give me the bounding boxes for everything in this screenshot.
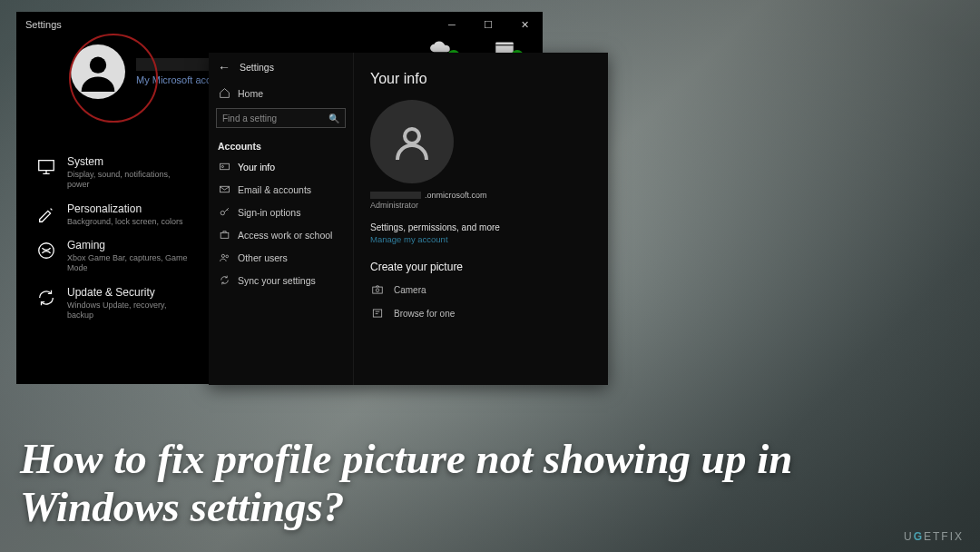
brush-icon xyxy=(34,202,58,226)
svg-rect-10 xyxy=(220,232,229,238)
svg-point-9 xyxy=(220,211,224,214)
svg-point-4 xyxy=(39,243,54,259)
permissions-heading: Settings, permissions, and more xyxy=(370,222,592,232)
svg-rect-2 xyxy=(39,161,54,171)
svg-rect-14 xyxy=(373,287,383,293)
sidebar-title: Settings xyxy=(240,62,274,73)
username-redacted xyxy=(136,58,218,71)
svg-point-11 xyxy=(221,254,224,257)
maximize-button[interactable]: ☐ xyxy=(470,12,506,37)
browse-icon xyxy=(370,306,385,320)
sidebar-item-sync-settings[interactable]: Sync your settings xyxy=(209,269,353,291)
svg-point-12 xyxy=(225,255,228,258)
camera-option[interactable]: Camera xyxy=(370,282,592,297)
sidebar-section-accounts: Accounts xyxy=(209,135,353,155)
briefcase-icon xyxy=(218,229,230,241)
sidebar: ← Settings Home Find a setting 🔍 Account… xyxy=(209,53,354,385)
back-arrow-icon[interactable]: ← xyxy=(218,60,230,74)
svg-point-13 xyxy=(405,129,419,143)
browse-option[interactable]: Browse for one xyxy=(370,306,592,320)
people-icon xyxy=(218,251,230,263)
home-icon xyxy=(218,87,230,99)
mail-icon xyxy=(218,183,230,195)
search-icon: 🔍 xyxy=(328,113,339,123)
create-picture-heading: Create your picture xyxy=(370,261,592,273)
manage-account-link[interactable]: Manage my account xyxy=(370,234,592,244)
content-pane: Your info .onmicrosoft.com Administrator… xyxy=(354,53,608,385)
id-card-icon xyxy=(218,161,230,172)
svg-rect-16 xyxy=(373,310,381,317)
xbox-icon xyxy=(34,239,58,262)
display-icon xyxy=(34,155,58,179)
account-email: .onmicrosoft.com xyxy=(370,191,592,200)
profile-avatar-placeholder[interactable] xyxy=(71,44,125,99)
svg-rect-8 xyxy=(220,186,229,192)
titlebar: Settings ─ ☐ ✕ xyxy=(16,12,543,37)
account-role: Administrator xyxy=(370,201,592,210)
minimize-button[interactable]: ─ xyxy=(434,12,470,37)
window-controls: ─ ☐ ✕ xyxy=(434,12,543,37)
close-button[interactable]: ✕ xyxy=(506,12,543,37)
article-title: How to fix profile picture not showing u… xyxy=(20,435,944,532)
sidebar-item-work-school[interactable]: Access work or school xyxy=(209,223,353,246)
sidebar-item-sign-in-options[interactable]: Sign-in options xyxy=(209,201,353,223)
sidebar-header: ← Settings xyxy=(209,53,353,82)
sidebar-item-email-accounts[interactable]: Email & accounts xyxy=(209,178,353,201)
sidebar-item-other-users[interactable]: Other users xyxy=(209,246,353,269)
sidebar-item-your-info[interactable]: Your info xyxy=(209,155,353,178)
settings-title: Settings xyxy=(25,19,62,30)
accounts-window-front: ← Settings Home Find a setting 🔍 Account… xyxy=(209,53,608,385)
update-icon xyxy=(34,286,58,310)
svg-point-7 xyxy=(221,165,223,167)
sidebar-search-input[interactable]: Find a setting 🔍 xyxy=(216,108,346,128)
camera-icon xyxy=(370,282,385,297)
svg-point-1 xyxy=(90,57,106,74)
email-redacted xyxy=(370,192,421,199)
key-icon xyxy=(218,206,230,218)
watermark: UGETFIX xyxy=(904,530,964,543)
svg-point-15 xyxy=(376,289,379,292)
sync-icon xyxy=(218,274,230,286)
page-heading: Your info xyxy=(370,71,592,87)
sidebar-item-home[interactable]: Home xyxy=(209,82,353,104)
profile-picture-large[interactable] xyxy=(370,100,454,183)
